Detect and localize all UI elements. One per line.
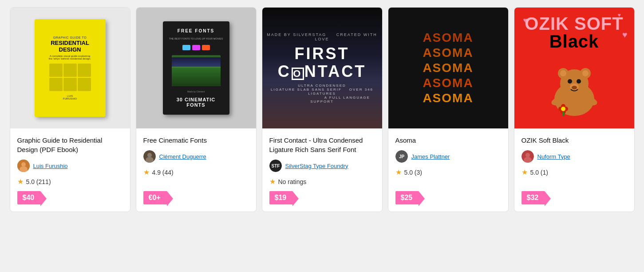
svg-point-15 [582, 70, 589, 76]
svg-point-17 [577, 79, 581, 84]
fc-sub-title: ULTRA CONDENSEDLIGATURE SLAB SANS SERIF … [262, 84, 382, 104]
card-body-4: Asoma JP James Plattner ★ 5.0 (3) $25 [388, 128, 508, 212]
card-rating-5: ★ 5.0 (1) [522, 168, 627, 176]
asoma-line-2: ASOMA [423, 46, 473, 60]
fb-icons [182, 45, 210, 50]
svg-point-1 [21, 162, 26, 167]
author-avatar-4: JP [395, 150, 408, 163]
card-body-3: First Contact - Ultra Condensed Ligature… [262, 128, 382, 212]
fb-title: FREE FONTS [178, 28, 214, 33]
icon-box [202, 45, 210, 50]
grid-item [78, 78, 91, 91]
rating-value-2: 4.9 (44) [152, 169, 174, 176]
fb-sky [172, 57, 221, 67]
rating-value-5: 5.0 (1) [530, 169, 548, 176]
asoma-line-5: ASOMA [423, 91, 473, 105]
svg-point-14 [560, 70, 566, 76]
product-grid: GRAPHIC GUIDE TO RESIDENTIALDESIGN A com… [7, 7, 637, 212]
card-price-area-1: $40 [17, 191, 123, 204]
svg-point-29 [525, 153, 530, 157]
price-badge-2[interactable]: €0+ [143, 191, 167, 204]
book-label: GRAPHIC GUIDE TO [53, 36, 87, 39]
fc-made-by: MADE BY SILVERSTAG CREATED WITH LOVE [262, 32, 382, 41]
product-card-4: ASOMA ASOMA ASOMA ASOMA ASOMA Asoma JP J… [388, 7, 509, 212]
card-author-4: JP James Plattner [395, 150, 501, 163]
card-title-2: Free Cinematic Fonts [143, 136, 249, 145]
author-name-5[interactable]: Nuform Type [537, 153, 570, 160]
author-avatar-img-5 [522, 150, 534, 163]
svg-point-26 [561, 107, 565, 111]
price-badge-5[interactable]: $32 [522, 191, 545, 204]
card-title-5: OZIK Soft Black [522, 136, 627, 145]
product-card-5: OZIK SOFT Black ♥ ♥ ♥ [514, 7, 635, 212]
book-author: LUISFURUSHIO [63, 95, 77, 100]
card-image-2: FREE FONTS THE BEST FONTS TO LOVE UP YOU… [136, 8, 256, 128]
author-name-3[interactable]: SilverStag Type Foundry [285, 163, 348, 169]
fonts-book-cover: FREE FONTS THE BEST FONTS TO LOVE UP YOU… [163, 21, 229, 115]
fb-count: 30 CINEMATIC FONTS [168, 97, 224, 108]
rating-value-3: No ratings [278, 178, 307, 185]
product-card-1: GRAPHIC GUIDE TO RESIDENTIALDESIGN A com… [10, 7, 130, 212]
author-avatar-img-3: STF [269, 160, 282, 172]
rating-value-4: 5.0 (3) [404, 169, 422, 176]
asoma-line-4: ASOMA [423, 76, 473, 90]
star-icon-5: ★ [522, 168, 528, 176]
first-contact-text: MADE BY SILVERSTAG CREATED WITH LOVE FIR… [262, 32, 382, 104]
book-grid [49, 64, 91, 91]
bear-svg [543, 55, 605, 117]
author-avatar-img-2 [143, 150, 156, 163]
svg-text:JP: JP [399, 154, 404, 159]
icon-box [192, 45, 200, 50]
author-avatar-1 [17, 160, 30, 172]
asoma-line-1: ASOMA [423, 31, 473, 45]
card-image-1: GRAPHIC GUIDE TO RESIDENTIALDESIGN A com… [10, 8, 130, 128]
fb-credit: Made by Clément [187, 90, 205, 93]
price-badge-3[interactable]: $19 [269, 191, 293, 204]
grid-item [63, 64, 77, 77]
book-subtitle: A complete visual guide explainingthe 'w… [49, 55, 91, 60]
card-author-1: Luis Furushio [17, 160, 123, 172]
bear [543, 55, 605, 119]
author-avatar-img [17, 160, 30, 172]
rating-value-1: 5.0 (211) [26, 178, 51, 185]
ozik-title: OZIK SOFT Black [518, 15, 631, 50]
card-price-area-5: $32 [522, 191, 627, 204]
fb-subtitle: THE BEST FONTS TO LOVE UP YOUR MOVIES [169, 37, 223, 40]
ozik-container: OZIK SOFT Black ♥ ♥ ♥ [514, 8, 634, 128]
star-icon-4: ★ [395, 168, 402, 176]
price-badge-4[interactable]: $25 [395, 191, 419, 204]
svg-rect-27 [562, 112, 564, 116]
svg-text:STF: STF [271, 164, 280, 168]
card-price-area-4: $25 [395, 191, 501, 204]
card-title-1: Graphic Guide to Residential Design (PDF… [17, 136, 123, 154]
author-name-2[interactable]: Clément Duguerre [159, 153, 206, 160]
author-avatar-img-4: JP [395, 150, 408, 163]
author-name-1[interactable]: Luis Furushio [33, 163, 68, 169]
card-rating-4: ★ 5.0 (3) [395, 168, 501, 176]
author-avatar-5 [522, 150, 534, 163]
asoma-line-3: ASOMA [423, 61, 473, 75]
grid-item [63, 78, 77, 91]
card-image-4: ASOMA ASOMA ASOMA ASOMA ASOMA [388, 8, 508, 128]
card-rating-1: ★ 5.0 (211) [17, 177, 123, 186]
card-price-area-3: $19 [269, 191, 375, 204]
fc-main-title: FIRSTCONTACT [262, 45, 382, 80]
svg-point-16 [568, 79, 572, 84]
card-body-5: OZIK Soft Black Nuform Type ★ 5.0 (1) $3… [514, 128, 634, 212]
card-author-3: STF SilverStag Type Foundry [269, 160, 375, 172]
fb-landscape-img [172, 55, 221, 86]
product-card-3: MADE BY SILVERSTAG CREATED WITH LOVE FIR… [262, 7, 383, 212]
card-title-4: Asoma [395, 136, 501, 145]
grid-item [78, 64, 91, 77]
price-badge-1[interactable]: $40 [17, 191, 41, 204]
star-icon-3: ★ [269, 177, 276, 186]
card-price-area-2: €0+ [143, 191, 249, 204]
icon-box [182, 45, 190, 50]
card-image-3: MADE BY SILVERSTAG CREATED WITH LOVE FIR… [262, 8, 382, 128]
fb-tree-bg [172, 68, 221, 86]
book-title: RESIDENTIALDESIGN [51, 40, 89, 53]
author-name-4[interactable]: James Plattner [411, 153, 450, 160]
card-author-2: Clément Duguerre [143, 150, 249, 163]
card-image-5: OZIK SOFT Black ♥ ♥ ♥ [514, 8, 634, 128]
card-rating-3: ★ No ratings [269, 177, 375, 186]
